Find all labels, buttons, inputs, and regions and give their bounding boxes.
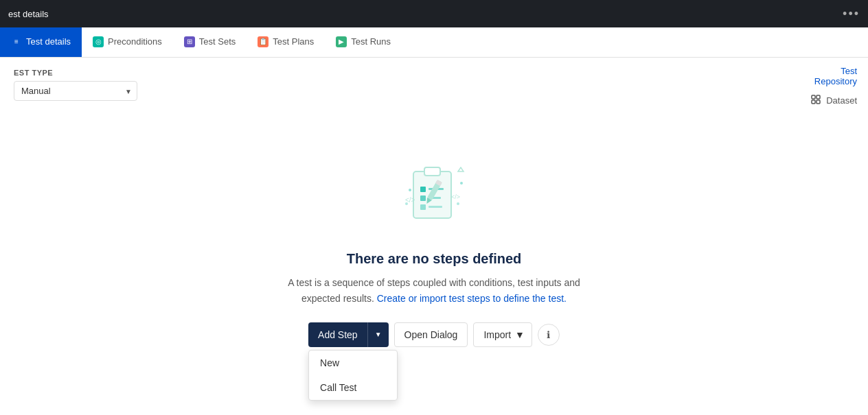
add-step-button[interactable]: Add Step ▼ bbox=[308, 322, 389, 347]
import-button[interactable]: Import ▼ bbox=[473, 322, 532, 347]
empty-state: </> </> There are no steps defined A tes… bbox=[0, 84, 868, 415]
tab-bar: ≡ Test details ◎ Preconditions ⊞ Test Se… bbox=[0, 27, 868, 58]
right-panel: Test Repository Dataset bbox=[786, 58, 868, 114]
svg-rect-1 bbox=[816, 95, 820, 99]
svg-point-15 bbox=[409, 189, 411, 191]
info-icon: ℹ bbox=[547, 329, 550, 340]
test-repository-link[interactable]: Test Repository bbox=[797, 66, 857, 86]
import-label: Import bbox=[483, 329, 511, 340]
svg-rect-6 bbox=[420, 187, 426, 192]
empty-state-description: A test is a sequence of steps coupled wi… bbox=[283, 275, 585, 306]
tab-test-sets[interactable]: ⊞ Test Sets bbox=[173, 27, 247, 57]
tab-test-plans[interactable]: 📋 Test Plans bbox=[247, 27, 325, 57]
content-area: Test Repository Dataset est Type Manual … bbox=[0, 58, 868, 415]
svg-rect-10 bbox=[420, 204, 426, 210]
empty-state-title: There are no steps defined bbox=[347, 251, 522, 267]
add-step-label: Add Step bbox=[308, 322, 367, 347]
list-icon: ≡ bbox=[11, 36, 22, 47]
dataset-button[interactable]: Dataset bbox=[797, 95, 857, 106]
test-type-select-wrapper: Manual Cucumber Generic ▼ bbox=[14, 81, 137, 101]
add-step-dropdown: New Call Test bbox=[308, 350, 398, 401]
svg-rect-2 bbox=[812, 100, 815, 104]
dropdown-item-call-test[interactable]: Call Test bbox=[309, 375, 397, 400]
top-bar-title: est details bbox=[8, 9, 49, 19]
dataset-icon bbox=[811, 95, 822, 106]
action-row: Add Step ▼ Open Dialog Import ▼ ℹ New Ca… bbox=[308, 322, 560, 347]
create-import-link[interactable]: Create or import test steps to define th… bbox=[377, 293, 567, 304]
empty-illustration: </> </> bbox=[393, 152, 475, 235]
svg-marker-19 bbox=[458, 167, 464, 171]
tab-test-details[interactable]: ≡ Test details bbox=[0, 27, 82, 57]
svg-rect-0 bbox=[812, 95, 815, 99]
tab-test-runs[interactable]: ▶ Test Runs bbox=[325, 27, 402, 57]
svg-rect-11 bbox=[429, 206, 442, 208]
test-type-select[interactable]: Manual Cucumber Generic bbox=[14, 81, 137, 101]
top-bar: est details ••• bbox=[0, 0, 868, 27]
dropdown-item-new[interactable]: New bbox=[309, 351, 397, 375]
svg-point-17 bbox=[457, 202, 459, 205]
open-dialog-button[interactable]: Open Dialog bbox=[394, 322, 468, 347]
top-bar-more-icon[interactable]: ••• bbox=[843, 7, 860, 21]
svg-rect-3 bbox=[816, 100, 820, 104]
add-step-dropdown-arrow[interactable]: ▼ bbox=[367, 322, 389, 347]
test-runs-icon: ▶ bbox=[336, 36, 347, 47]
svg-point-16 bbox=[460, 182, 463, 185]
preconditions-icon: ◎ bbox=[93, 36, 104, 47]
svg-rect-5 bbox=[424, 167, 440, 176]
svg-text:</>: </> bbox=[451, 193, 460, 200]
test-plans-icon: 📋 bbox=[258, 36, 269, 47]
test-sets-icon: ⊞ bbox=[184, 36, 195, 47]
svg-rect-8 bbox=[420, 195, 426, 201]
tab-preconditions[interactable]: ◎ Preconditions bbox=[82, 27, 173, 57]
test-type-label: est Type bbox=[14, 69, 137, 77]
info-button[interactable]: ℹ bbox=[538, 324, 560, 346]
svg-text:</>: </> bbox=[405, 196, 415, 204]
import-chevron-icon: ▼ bbox=[515, 329, 525, 340]
